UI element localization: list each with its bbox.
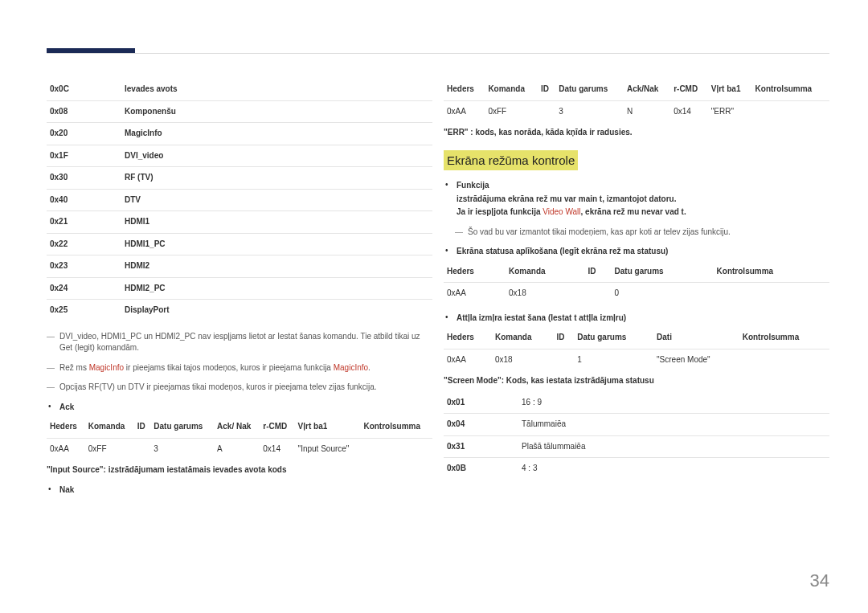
source-name: HDMI2_PC	[121, 277, 432, 300]
col-header: Komanda	[506, 261, 584, 283]
page: 0x0CIevades avots0x08Komponenšu0x20Magic…	[0, 0, 868, 613]
source-name: HDMI1	[121, 211, 432, 234]
cell	[739, 349, 829, 370]
source-code: 0x25	[47, 300, 121, 321]
func-line2: Ja ir iespļjota funkcija Video Wall, ekr…	[457, 206, 829, 219]
nak-label: Nak	[59, 485, 74, 494]
cell: 0x14	[260, 438, 294, 460]
input-source-note: "Input Source": izstrādājumam iestatāmai…	[47, 464, 432, 476]
right-column: HedersKomandaIDDatu garumsAck/Nakr-CMDVļ…	[444, 79, 829, 499]
cell: "ERR"	[708, 100, 752, 122]
cell: 0xFF	[85, 438, 134, 460]
page-number: 34	[810, 568, 829, 594]
source-row: 0x24HDMI2_PC	[47, 277, 432, 300]
source-row: 0x22HDMI1_PC	[47, 233, 432, 255]
source-name: DisplayPort	[121, 300, 432, 321]
screen-mode-note: "Screen Mode": Kods, kas iestata izstrād…	[444, 375, 829, 387]
mode-code: 0x01	[444, 392, 518, 414]
set-table: HedersKomandaIDDatu garumsDatiKontrolsum…	[444, 327, 829, 370]
source-row: 0x23HDMI2	[47, 255, 432, 278]
col-header: ID	[134, 416, 151, 438]
mode-row: 0x0B4 : 3	[444, 458, 829, 480]
cell: 0xFF	[485, 100, 538, 122]
mode-row: 0x31Plašā tālummaiēa	[444, 435, 829, 458]
col-header: ID	[553, 327, 574, 349]
col-header: Kontrolsumma	[752, 79, 829, 100]
view-label: Ekrāna statusa aplīkošana (legīt ekrāna …	[457, 247, 668, 255]
source-name: Ievades avots	[121, 79, 432, 100]
left-column: 0x0CIevades avots0x08Komponenšu0x20Magic…	[47, 79, 432, 499]
note-pre: Rež ms	[59, 363, 89, 372]
cell: 0x18	[492, 349, 554, 370]
cell: "Input Source"	[295, 438, 361, 460]
col-header: Datu garums	[574, 327, 653, 349]
col-header: Vļrt ba1	[708, 79, 752, 100]
col-header: Heders	[444, 79, 485, 100]
col-header: Komanda	[492, 327, 554, 349]
col-header: ID	[538, 79, 555, 100]
content-columns: 0x0CIevades avots0x08Komponenšu0x20Magic…	[47, 50, 829, 499]
source-code: 0x0C	[47, 79, 121, 100]
source-code: 0x20	[47, 123, 121, 145]
mode-code: 0x04	[444, 414, 518, 436]
cell	[134, 438, 151, 460]
cell: 0x14	[670, 100, 708, 122]
set-label: Attļla izmļra iestat šana (Iestat t attļ…	[457, 313, 626, 322]
col-header: Kontrolsumma	[360, 416, 432, 438]
magicinfo-term2: MagicInfo	[334, 363, 368, 372]
cell: 3	[555, 100, 624, 122]
source-code: 0x40	[47, 189, 121, 211]
col-header: Ack/ Nak	[214, 416, 260, 438]
cell: 0xAA	[47, 438, 85, 460]
col-header: Komanda	[485, 79, 538, 100]
source-row: 0x0CIevades avots	[47, 79, 432, 100]
view-bullet: Ekrāna statusa aplīkošana (legīt ekrāna …	[444, 243, 829, 261]
nak-bullet: Nak	[47, 481, 432, 500]
col-header: Heders	[444, 261, 506, 283]
header-rule	[47, 53, 829, 54]
func-line2-pre: Ja ir iespļjota funkcija	[457, 207, 542, 216]
col-header: r-CMD	[670, 79, 708, 100]
section-heading: Ekrāna režūma kontrole	[444, 150, 578, 171]
source-code: 0x22	[47, 233, 121, 255]
col-header: Dati	[653, 327, 739, 349]
cell	[360, 438, 432, 460]
cell	[538, 100, 555, 122]
ack-label: Ack	[59, 403, 74, 411]
cell: 0x18	[506, 283, 584, 304]
note-magicinfo: Rež ms MagicInfo ir pieejams tikai tajos…	[47, 359, 432, 379]
source-name: HDMI1_PC	[121, 233, 432, 255]
cell: 0xAA	[444, 283, 506, 304]
magicinfo-term: MagicInfo	[89, 363, 124, 372]
source-row: 0x20MagicInfo	[47, 123, 432, 145]
cell	[714, 283, 829, 304]
mode-name: Plašā tālummaiēa	[518, 435, 829, 458]
col-header: ID	[584, 261, 611, 283]
note-dvi: DVI_video, HDMI1_PC un HDMI2_PC nav iesp…	[47, 328, 432, 359]
source-name: Komponenšu	[121, 100, 432, 123]
cell: 3	[150, 438, 214, 460]
funkcija-block: Funkcija izstrādājuma ekrāna rež mu var …	[444, 177, 829, 223]
sources-table: 0x0CIevades avots0x08Komponenšu0x20Magic…	[47, 79, 432, 321]
funkcija-label: Funkcija	[457, 181, 489, 190]
cell: 0xAA	[444, 100, 485, 122]
source-code: 0x1F	[47, 145, 121, 167]
source-row: 0x1FDVI_video	[47, 145, 432, 167]
source-row: 0x08Komponenšu	[47, 100, 432, 123]
source-code: 0x21	[47, 211, 121, 234]
cell: A	[214, 438, 260, 460]
source-name: DTV	[121, 189, 432, 211]
mode-code: 0x0B	[444, 458, 518, 480]
source-name: MagicInfo	[121, 123, 432, 145]
cell: 1	[574, 349, 653, 370]
source-row: 0x40DTV	[47, 189, 432, 211]
cell	[553, 349, 574, 370]
cell: N	[624, 100, 670, 122]
cell: "Screen Mode"	[653, 349, 739, 370]
mode-name: Tālummaiēa	[518, 414, 829, 436]
source-row: 0x30RF (TV)	[47, 167, 432, 190]
nak-table: HedersKomandaIDDatu garumsAck/Nakr-CMDVļ…	[444, 79, 829, 122]
view-table: HedersKomandaIDDatu garumsKontrolsumma 0…	[444, 261, 829, 304]
source-code: 0x24	[47, 277, 121, 300]
source-name: HDMI2	[121, 255, 432, 278]
